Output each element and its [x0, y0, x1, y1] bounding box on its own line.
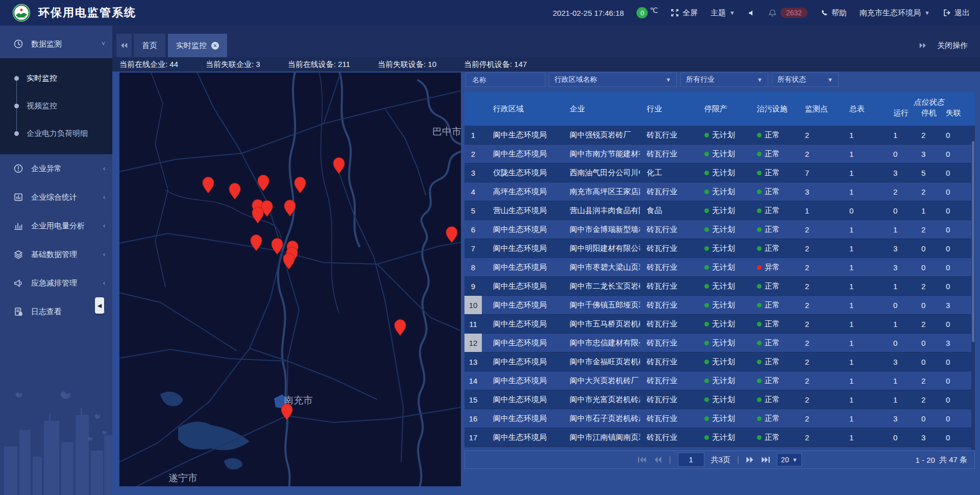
tab-home[interactable]: 首页	[134, 34, 165, 57]
status-dot-icon	[704, 190, 709, 194]
row-industry: 化工	[640, 163, 686, 182]
tab-close-icon[interactable]: ✕	[211, 42, 219, 50]
fullscreen-button[interactable]: 全屏	[671, 8, 698, 18]
row-limit-status: 无计划	[686, 428, 745, 446]
row-lost-count: 0	[943, 258, 975, 276]
row-company: 阆中市江南镇阆南页岩	[558, 428, 640, 446]
sidebar-group-0[interactable]: 数据监测˅	[0, 30, 112, 58]
industry-filter-select[interactable]: 所有行业 ▼	[680, 73, 768, 87]
sidebar-group-3[interactable]: 企业用电量分析‹	[0, 211, 112, 240]
row-index: 10	[464, 296, 482, 314]
prev-page-button[interactable]	[653, 456, 662, 463]
table-row-2[interactable]: 2阆中生态环境局阆中市南方节能建材有砖瓦行业无计划正常21030	[464, 145, 975, 163]
table-row-17[interactable]: 17阆中生态环境局阆中市江南镇阆南页岩砖瓦行业无计划正常21030	[464, 428, 975, 447]
status-filter-select[interactable]: 所有状态 ▼	[772, 73, 839, 87]
status-dot-icon	[704, 435, 709, 440]
row-stop-count: 0	[916, 352, 943, 371]
bullet-dot-icon	[14, 104, 19, 108]
sidebar-group-4[interactable]: 基础数据管理‹	[0, 240, 112, 269]
sidebar-collapse-handle[interactable]: ◀	[95, 297, 104, 314]
row-limit-status: 无计划	[686, 258, 745, 276]
row-lost-count: 0	[943, 390, 975, 409]
table-row-15[interactable]: 15阆中生态环境局阆中市光富页岩机砖厂砖瓦行业无计划正常21120	[464, 390, 975, 409]
table-row-7[interactable]: 7阆中生态环境局阆中明阳建材有限公司砖瓦行业无计划正常21300	[464, 239, 975, 258]
row-run-count: 3	[883, 258, 916, 276]
page-size-select[interactable]: 20 ▼	[777, 453, 801, 466]
row-facility-status: 正常	[745, 220, 796, 239]
org-menu[interactable]: 南充市生态环境局 ▼	[860, 8, 930, 18]
table-row-5[interactable]: 5营山生态环境局营山县润丰肉食品有限食品无计划正常10010	[464, 201, 975, 220]
row-industry: 食品	[640, 201, 686, 220]
tab-realtime-monitor[interactable]: 实时监控 ✕	[168, 34, 227, 57]
sidebar-group-2[interactable]: 企业综合统计‹	[0, 183, 112, 211]
status-dot-icon	[757, 133, 762, 137]
sidebar-item-0-0[interactable]: 实时监控	[0, 64, 112, 92]
status-dot-icon	[757, 246, 762, 251]
table-row-1[interactable]: 1阆中生态环境局阆中强锐页岩砖厂砖瓦行业无计划正常21120	[464, 126, 975, 145]
col-index	[464, 92, 482, 126]
chevron-left-icon: ‹	[103, 222, 105, 229]
table-row-3[interactable]: 3仪陇生态环境局西南油气田分公司川中化工无计划正常71350	[464, 163, 975, 182]
row-limit-status: 无计划	[686, 201, 745, 220]
status-dot-icon	[704, 246, 709, 251]
chevron-left-icon: ‹	[103, 165, 105, 172]
close-operations-button[interactable]: 关闭操作	[937, 41, 968, 51]
table-row-9[interactable]: 9阆中生态环境局阆中市二龙长宝页岩砖砖瓦行业无计划正常21120	[464, 277, 975, 296]
notifications[interactable]: 2632	[768, 8, 807, 18]
row-index: 11	[464, 315, 482, 333]
sound-toggle[interactable]	[748, 9, 755, 17]
double-chevron-right-icon	[919, 42, 927, 49]
last-page-button[interactable]	[761, 456, 770, 463]
table-row-4[interactable]: 4高坪生态环境局南充市高坪区王家店建砖瓦行业无计划正常31220	[464, 182, 975, 201]
map-panel[interactable]: 巴中市南充市遂宁市	[119, 73, 461, 486]
row-lost-count: 0	[943, 163, 975, 182]
table-row-18[interactable]: 18南部生态环境局南部县砚华小河有限公建材加工无计划正常60060	[464, 447, 975, 450]
row-industry: 砖瓦行业	[640, 390, 686, 409]
row-lost-count: 0	[943, 220, 975, 239]
row-facility-status: 正常	[745, 163, 796, 182]
table-row-16[interactable]: 16阆中生态环境局阆中市石子页岩机砖厂砖瓦行业无计划正常21300	[464, 409, 975, 428]
row-industry: 建材加工	[640, 447, 686, 450]
table-row-10[interactable]: 10阆中生态环境局阆中千佛镇五郎垭页岩砖瓦行业无计划正常21003	[464, 296, 975, 315]
tabs-scroll-left-button[interactable]	[116, 34, 132, 57]
scrollbar-thumb[interactable]	[972, 141, 974, 342]
name-filter-input[interactable]	[471, 75, 540, 84]
sidebar-group-5[interactable]: 应急减排管理‹	[0, 269, 112, 297]
table-row-12[interactable]: 12阆中生态环境局阆中市忠信建材有限公砖瓦行业无计划正常21003	[464, 334, 975, 352]
page-title: 环保用电监管系统	[38, 5, 136, 20]
table-row-14[interactable]: 14阆中生态环境局阆中大兴页岩机砖厂砖瓦行业无计划正常21120	[464, 371, 975, 390]
chevron-left-icon: ‹	[103, 194, 105, 201]
next-page-button[interactable]	[746, 456, 754, 463]
row-lost-count: 0	[943, 371, 975, 390]
row-company: 阆中市南方节能建材有	[558, 145, 640, 163]
sidebar-item-0-2[interactable]: 企业电力负荷明细	[0, 120, 112, 147]
help-button[interactable]: 帮助	[820, 8, 847, 18]
first-page-button[interactable]	[638, 456, 647, 463]
sidebar-item-0-1[interactable]: 视频监控	[0, 92, 112, 120]
logout-button[interactable]: 退出	[943, 8, 970, 18]
col-company: 企业	[558, 92, 640, 126]
row-region: 阆中生态环境局	[482, 296, 558, 314]
row-region: 阆中生态环境局	[482, 334, 558, 352]
table-scrollbar[interactable]	[971, 126, 975, 450]
sidebar-group-1[interactable]: 企业异常‹	[0, 154, 112, 183]
row-company: 阆中市枣碧大梁山页岩	[558, 258, 640, 276]
table-row-6[interactable]: 6阆中生态环境局阆中市金博瑞新型墙材砖瓦行业无计划正常21120	[464, 220, 975, 239]
region-filter-select[interactable]: 行政区域名称 ▼	[549, 73, 677, 87]
chevron-down-icon: ▼	[924, 10, 930, 16]
row-meter-count: 1	[839, 163, 883, 182]
table-row-13[interactable]: 13阆中生态环境局阆中市金福旺页岩机砖砖瓦行业无计划正常21300	[464, 352, 975, 371]
table-row-11[interactable]: 11阆中生态环境局阆中市五马桥页岩机砖砖瓦行业无计划正常21120	[464, 315, 975, 334]
row-region: 阆中生态环境局	[482, 258, 558, 276]
page-number-input[interactable]	[678, 453, 704, 467]
tabs-scroll-right-button[interactable]	[919, 42, 927, 49]
row-facility-status: 正常	[745, 182, 796, 201]
row-region: 阆中生态环境局	[482, 390, 558, 409]
row-index: 1	[464, 126, 482, 144]
theme-menu[interactable]: 主题 ▼	[710, 8, 735, 18]
name-filter[interactable]	[465, 73, 545, 87]
row-company: 阆中强锐页岩砖厂	[558, 126, 640, 144]
table-row-8[interactable]: 8阆中生态环境局阆中市枣碧大梁山页岩砖瓦行业无计划异常21300	[464, 258, 975, 277]
status-dot-icon	[704, 397, 709, 402]
row-company: 阆中明阳建材有限公司	[558, 239, 640, 257]
